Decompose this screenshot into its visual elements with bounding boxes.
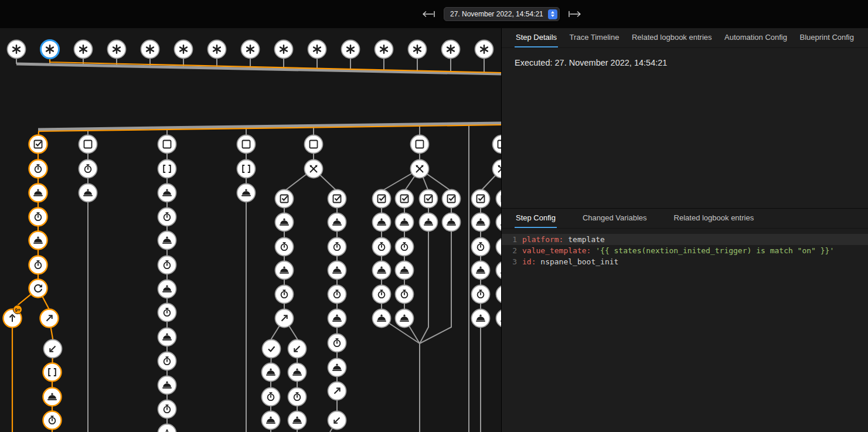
- trace-node-arrow-bottom-left[interactable]: [44, 340, 62, 358]
- trace-node-trigger[interactable]: [342, 40, 360, 59]
- trace-node-service[interactable]: [158, 328, 176, 346]
- trace-node-service[interactable]: [496, 261, 502, 280]
- trace-node-service[interactable]: [472, 261, 490, 280]
- trace-node-condition[interactable]: [420, 190, 438, 208]
- trace-node-condition[interactable]: [328, 190, 346, 208]
- trace-node-trigger[interactable]: [175, 40, 193, 59]
- trace-node-delay[interactable]: [158, 400, 176, 419]
- trace-node-brackets[interactable]: [237, 160, 256, 178]
- trace-node-delay[interactable]: [275, 285, 294, 304]
- tab-step-details[interactable]: Step Details: [515, 28, 558, 47]
- trace-node-square[interactable]: [411, 135, 429, 154]
- tab-related-logbook-entries[interactable]: Related logbook entries: [631, 28, 713, 47]
- trace-node-square[interactable]: [79, 135, 97, 154]
- previous-trace-icon[interactable]: [421, 10, 436, 18]
- trace-node-delay[interactable]: [29, 208, 47, 226]
- trace-node-service[interactable]: [29, 184, 47, 202]
- trace-node-repeat[interactable]: [29, 280, 47, 298]
- trace-date-select[interactable]: 27. November 2022, 14:54:21: [444, 7, 560, 21]
- tab-trace-timeline[interactable]: Trace Timeline: [569, 28, 621, 47]
- trace-node-service[interactable]: [496, 309, 502, 328]
- trace-node-service[interactable]: [288, 411, 307, 430]
- trace-node-service[interactable]: [442, 213, 461, 232]
- trace-node-delay[interactable]: [328, 238, 346, 256]
- trace-node-delay[interactable]: [79, 160, 97, 178]
- trace-node-condition[interactable]: [472, 190, 490, 208]
- trace-node-delay[interactable]: [158, 208, 176, 226]
- trace-node-service[interactable]: [496, 213, 502, 232]
- trace-node-arrow-top-right[interactable]: [328, 382, 346, 400]
- trace-node-delay[interactable]: [373, 238, 391, 256]
- trace-node-delay[interactable]: [496, 285, 502, 304]
- trace-node-delay[interactable]: [29, 160, 47, 178]
- trace-node-delay[interactable]: [158, 256, 176, 274]
- trace-node-delay[interactable]: [396, 238, 414, 256]
- tab-blueprint-config[interactable]: Blueprint Config: [798, 28, 855, 47]
- trace-node-condition[interactable]: [29, 135, 47, 154]
- trace-node-arrow-top-right[interactable]: [275, 309, 294, 328]
- trace-node-arrow-bottom-left[interactable]: [328, 411, 346, 430]
- next-trace-icon[interactable]: [567, 10, 583, 18]
- trace-node-service[interactable]: [79, 184, 97, 202]
- trace-node-service[interactable]: [472, 213, 490, 232]
- tab-related-logbook-entries[interactable]: Related logbook entries: [673, 209, 755, 228]
- trace-node-choose[interactable]: [305, 160, 323, 178]
- trace-node-condition[interactable]: [396, 190, 414, 208]
- trace-node-trigger[interactable]: [141, 40, 159, 59]
- trace-node-check[interactable]: [263, 340, 281, 358]
- trace-node-delay[interactable]: [43, 411, 62, 430]
- trace-node-service[interactable]: [288, 363, 307, 382]
- trace-node-delay[interactable]: [288, 388, 307, 406]
- tab-automation-config[interactable]: Automation Config: [723, 28, 788, 47]
- trace-node-service[interactable]: [373, 213, 391, 232]
- trace-node-service[interactable]: [328, 261, 346, 280]
- trace-node-trigger[interactable]: [442, 40, 460, 59]
- tab-changed-variables[interactable]: Changed Variables: [581, 209, 648, 228]
- trace-node-condition[interactable]: [442, 190, 461, 208]
- trace-node-trigger[interactable]: [409, 40, 427, 59]
- trace-node-service[interactable]: [158, 424, 176, 432]
- trace-node-trigger[interactable]: [375, 40, 393, 59]
- trace-node-trigger[interactable]: [74, 40, 93, 59]
- trace-node-square[interactable]: [305, 135, 323, 154]
- trace-node-choose[interactable]: [493, 160, 502, 178]
- trace-node-choose[interactable]: [411, 160, 429, 178]
- trace-node-condition[interactable]: [373, 190, 391, 208]
- trace-node-brackets[interactable]: [43, 363, 62, 382]
- trace-node-trigger[interactable]: [108, 40, 126, 59]
- trace-node-delay[interactable]: [328, 334, 346, 352]
- trace-node-trigger[interactable]: [8, 40, 26, 59]
- trace-node-square[interactable]: [237, 135, 256, 154]
- trace-node-trigger[interactable]: [275, 40, 293, 59]
- trace-node-service[interactable]: [158, 376, 176, 394]
- trace-node-delay[interactable]: [328, 285, 346, 304]
- trace-node-square[interactable]: [158, 135, 176, 154]
- trace-node-brackets[interactable]: [158, 160, 176, 178]
- trace-node-delay[interactable]: [496, 238, 502, 256]
- trace-node-delay[interactable]: [275, 238, 294, 256]
- trace-node-service[interactable]: [262, 411, 280, 430]
- trace-node-service[interactable]: [396, 309, 414, 328]
- trace-node-delay[interactable]: [158, 304, 176, 322]
- trace-node-service[interactable]: [373, 261, 391, 280]
- trace-node-service[interactable]: [262, 363, 280, 382]
- trace-node-delay[interactable]: [396, 285, 414, 304]
- trace-node-service[interactable]: [237, 184, 256, 202]
- trace-node-delay[interactable]: [262, 388, 280, 406]
- trace-node-service[interactable]: [396, 261, 414, 280]
- trace-node-service[interactable]: [420, 213, 438, 232]
- trace-node-square[interactable]: [493, 135, 502, 154]
- trace-node-condition[interactable]: [496, 190, 502, 208]
- trace-node-service[interactable]: [43, 388, 62, 406]
- trace-node-service[interactable]: [275, 213, 294, 232]
- trace-node-trigger[interactable]: [308, 40, 326, 59]
- trace-node-trigger[interactable]: [475, 40, 493, 59]
- trace-node-trigger[interactable]: [208, 40, 226, 59]
- trace-node-service[interactable]: [328, 309, 346, 328]
- trace-node-condition[interactable]: [275, 190, 294, 208]
- trace-node-service[interactable]: [158, 232, 176, 250]
- trace-node-arrow-top-right[interactable]: [40, 309, 59, 328]
- trace-node-service[interactable]: [328, 213, 346, 232]
- trace-node-service[interactable]: [29, 232, 47, 250]
- trace-node-trigger[interactable]: [241, 40, 260, 59]
